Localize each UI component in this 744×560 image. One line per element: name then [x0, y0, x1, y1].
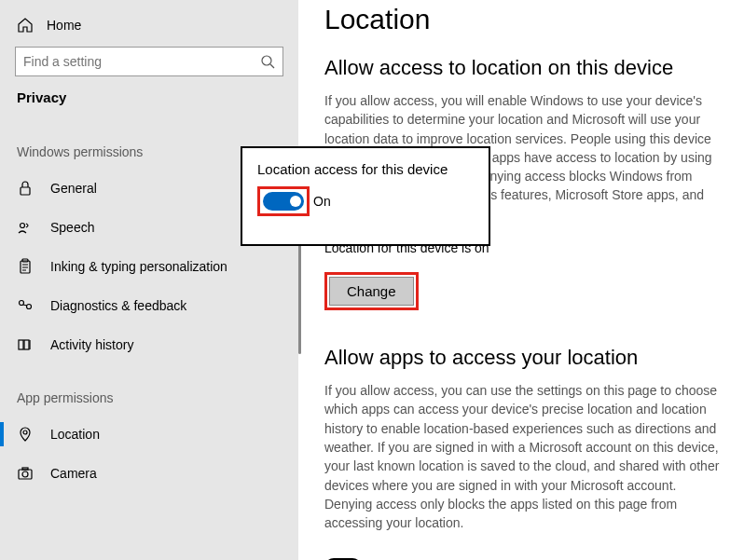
speech-icon — [17, 219, 34, 236]
nav-activity[interactable]: Activity history — [0, 325, 298, 364]
home-nav[interactable]: Home — [0, 11, 298, 43]
lock-icon — [17, 180, 34, 197]
nav-camera[interactable]: Camera — [0, 454, 298, 493]
change-button[interactable]: Change — [329, 277, 414, 306]
location-access-popup: Location access for this device On — [241, 146, 490, 246]
toggle-state-label: On — [313, 194, 331, 209]
svg-rect-8 — [24, 340, 29, 349]
svg-point-9 — [23, 430, 27, 434]
search-input[interactable] — [23, 54, 260, 69]
page-title: Location — [324, 4, 727, 35]
location-icon — [17, 426, 34, 443]
search-container — [15, 47, 283, 76]
highlight-box: Change — [324, 272, 419, 310]
highlight-box — [257, 186, 310, 216]
svg-rect-12 — [22, 468, 28, 470]
settings-sidebar: Home Privacy Windows permissions General… — [0, 0, 298, 560]
search-icon — [260, 54, 275, 69]
svg-point-11 — [22, 471, 28, 477]
home-icon — [17, 17, 34, 34]
nav-diagnostics[interactable]: Diagnostics & feedback — [0, 286, 298, 325]
history-icon — [17, 336, 34, 353]
category-title: Privacy — [0, 89, 298, 118]
popup-title: Location access for this device — [257, 161, 474, 177]
feedback-icon — [17, 297, 34, 314]
svg-point-5 — [20, 301, 24, 306]
section-heading-device: Allow access to location on this device — [324, 56, 727, 80]
nav-location[interactable]: Location — [0, 415, 298, 454]
nav-label: Activity history — [50, 337, 133, 352]
svg-point-0 — [262, 56, 271, 65]
nav-label: Location — [50, 427, 100, 442]
svg-rect-1 — [21, 187, 30, 195]
section-heading-apps: Allow apps to access your location — [324, 346, 727, 370]
toggle-knob — [290, 196, 301, 207]
search-field[interactable] — [15, 47, 283, 76]
section-app-permissions: App permissions — [0, 364, 298, 415]
main-content: Location Allow access to location on thi… — [298, 0, 744, 560]
nav-label: Speech — [50, 220, 94, 235]
nav-label: Inking & typing personalization — [50, 259, 227, 274]
home-label: Home — [47, 18, 81, 33]
nav-inking[interactable]: Inking & typing personalization — [0, 247, 298, 286]
apps-description: If you allow access, you can use the set… — [324, 381, 727, 532]
camera-icon — [17, 465, 34, 482]
svg-rect-7 — [19, 340, 23, 349]
nav-label: General — [50, 181, 97, 196]
nav-label: Diagnostics & feedback — [50, 298, 186, 313]
clipboard-icon — [17, 258, 34, 275]
svg-point-2 — [21, 224, 25, 228]
nav-label: Camera — [50, 466, 97, 481]
device-location-toggle[interactable] — [263, 192, 304, 211]
svg-point-6 — [27, 305, 32, 309]
